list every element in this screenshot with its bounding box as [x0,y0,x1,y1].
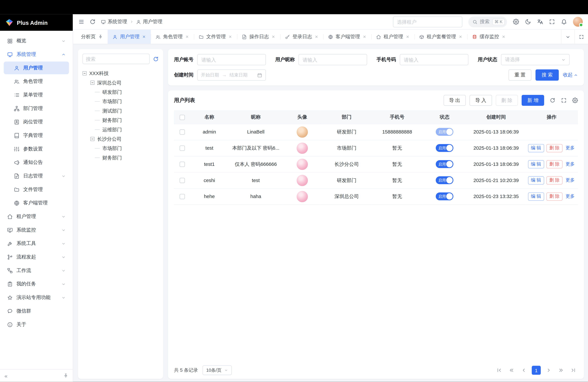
tree-node-财务部门[interactable]: 财务部门 [83,116,159,125]
tenant-select[interactable] [393,16,462,27]
status-switch[interactable]: 启用 [436,192,453,200]
delete-row-button[interactable]: 删 除 [546,144,563,152]
sidebar-item-角色管理[interactable]: 角色管理 [4,75,69,88]
more-button[interactable]: 更多 [565,192,575,201]
tab-close-icon[interactable] [228,35,232,39]
tab-close-icon[interactable] [502,35,505,39]
sidebar-item-概览[interactable]: 概览 [4,35,69,47]
pin-sidebar-button[interactable] [63,373,68,378]
tab-用户管理[interactable]: 用户管理 [108,30,151,44]
tree-collapse-icon[interactable] [90,81,94,85]
table-settings-icon[interactable] [572,98,578,103]
hamburger-menu-icon[interactable] [78,19,84,25]
pagination-prev-jump[interactable] [507,366,516,375]
more-button[interactable]: 更多 [565,176,575,185]
tab-close-icon[interactable] [142,35,146,39]
reset-button[interactable]: 重 置 [508,69,531,81]
row-checkbox[interactable] [180,194,185,199]
tab-close-icon[interactable] [459,35,462,39]
status-switch[interactable]: 启用 [436,160,453,168]
notifications-bell-icon[interactable] [561,19,567,25]
pagination-next[interactable] [544,366,553,375]
collapse-sidebar-button[interactable]: « [5,373,7,379]
sidebar-item-部门管理[interactable]: 部门管理 [4,102,69,115]
row-checkbox[interactable] [180,178,185,183]
language-icon[interactable] [537,19,543,25]
sidebar-item-参数设置[interactable]: 参数设置 [4,143,69,155]
tab-角色管理[interactable]: 角色管理 [151,30,194,44]
tree-collapse-icon[interactable] [90,137,94,141]
user-avatar[interactable] [573,17,583,27]
edit-button[interactable]: 编 辑 [528,144,544,152]
delete-row-button[interactable]: 删 除 [546,192,563,201]
tab-操作日志[interactable]: 操作日志 [237,30,280,44]
用户状态-select[interactable]: 请选择 [501,54,569,65]
用户昵称-input[interactable] [299,54,367,65]
import-button[interactable]: 导 入 [470,95,492,106]
tab-缓存监控[interactable]: 缓存监控 [467,30,510,44]
tabs-dropdown-button[interactable] [561,29,575,44]
delete-button[interactable]: 删 除 [496,95,518,106]
breadcrumb-item[interactable]: 用户管理 [136,19,162,25]
sidebar-item-系统管理[interactable]: 系统管理 [4,48,69,61]
tree-node-长沙分公司[interactable]: 长沙分公司 [83,134,159,144]
sidebar-item-微信群[interactable]: 微信群 [4,305,69,317]
more-button[interactable]: 更多 [565,160,575,168]
sidebar-item-岗位管理[interactable]: 岗位管理 [4,116,69,128]
status-switch[interactable]: 启用 [436,128,453,136]
tab-登录日志[interactable]: 登录日志 [280,30,323,44]
fullscreen-icon[interactable] [549,19,555,25]
app-logo[interactable]: Plus Admin [0,14,73,31]
sidebar-item-关于[interactable]: 关于 [4,318,69,331]
tab-close-icon[interactable] [185,35,189,39]
breadcrumb-item[interactable]: 系统管理 [101,19,127,25]
edit-button[interactable]: 编 辑 [528,192,544,201]
tree-node-XXX科技[interactable]: XXX科技 [83,69,159,78]
sidebar-item-文件管理[interactable]: 文件管理 [4,183,69,196]
status-switch[interactable]: 启用 [436,144,453,152]
edit-button[interactable]: 编 辑 [528,160,544,168]
用户账号-input[interactable] [197,54,266,65]
tab-close-icon[interactable] [272,35,275,39]
tree-node-市场部门[interactable]: 市场部门 [83,144,159,153]
tree-node-深圳总公司[interactable]: 深圳总公司 [83,78,159,87]
page-size-select[interactable]: 10条/页 [203,365,231,375]
tree-node-市场部门[interactable]: 市场部门 [83,97,159,106]
sidebar-item-客户端管理[interactable]: 客户端管理 [4,196,69,209]
tab-close-icon[interactable] [406,35,409,39]
tabs-fullscreen-button[interactable] [574,29,588,44]
tab-close-icon[interactable] [363,35,366,39]
tree-node-财务部门[interactable]: 财务部门 [83,153,159,162]
global-search[interactable]: 搜索 ⌘ K [468,16,507,27]
pagination-page-current[interactable]: 1 [532,366,541,375]
tab-分析页[interactable]: 分析页 [76,30,108,44]
date-range-picker[interactable]: 开始日期 → 结束日期 [197,69,266,81]
tab-租户套餐管理[interactable]: 租户套餐管理 [414,30,467,44]
tree-node-研发部门[interactable]: 研发部门 [83,87,159,97]
tree-node-测试部门[interactable]: 测试部门 [83,106,159,116]
delete-row-button[interactable]: 删 除 [546,176,563,185]
add-button[interactable]: 新 增 [522,95,544,106]
select-all-checkbox[interactable] [180,115,185,120]
sidebar-item-菜单管理[interactable]: 菜单管理 [4,88,69,101]
sidebar-item-流程发起[interactable]: 流程发起 [4,251,69,263]
row-checkbox[interactable] [180,162,185,167]
sidebar-item-租户管理[interactable]: 租户管理 [4,210,69,223]
search-button[interactable]: 搜 索 [536,69,559,81]
edit-button[interactable]: 编 辑 [528,176,544,185]
tab-close-icon[interactable] [315,35,318,39]
pagination-next-jump[interactable] [556,366,566,375]
row-checkbox[interactable] [180,146,185,151]
status-switch[interactable]: 启用 [436,176,453,184]
tab-租户管理[interactable]: 租户管理 [371,30,414,44]
pagination-last[interactable] [569,366,578,375]
tab-pin-icon[interactable] [98,35,103,39]
pagination-prev[interactable] [519,366,528,375]
delete-row-button[interactable]: 删 除 [546,160,563,168]
more-button[interactable]: 更多 [565,144,575,152]
sidebar-item-用户管理[interactable]: 用户管理 [4,62,69,74]
table-refresh-icon[interactable] [550,98,555,103]
table-fullscreen-icon[interactable] [561,98,567,103]
dark-mode-moon-icon[interactable] [525,19,531,25]
sidebar-item-系统工具[interactable]: 系统工具 [4,237,69,250]
